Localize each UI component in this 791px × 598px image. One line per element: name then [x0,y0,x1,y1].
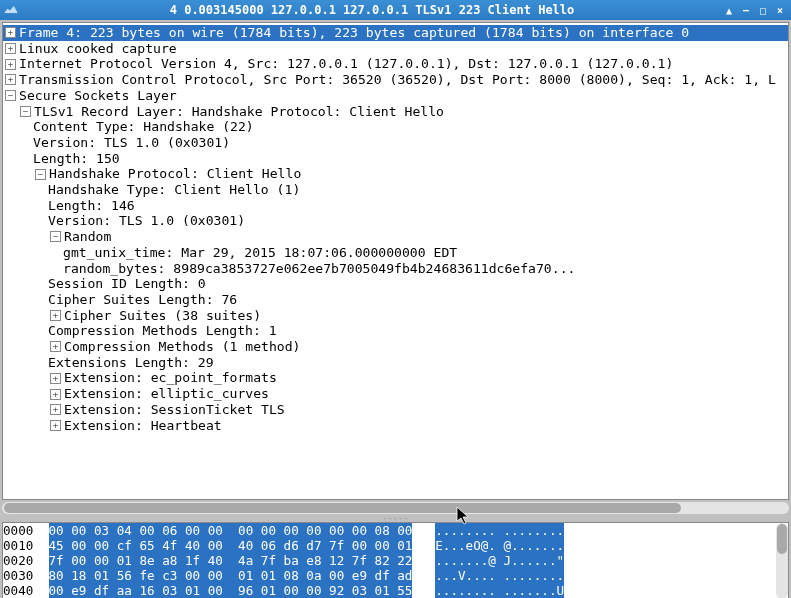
hex-row[interactable]: 0010 45 00 00 cf 65 4f 40 00 40 06 d6 d7… [3,538,776,553]
tls-record[interactable]: TLSv1 Record Layer: Handshake Protocol: … [34,104,444,120]
ssl-layer[interactable]: Secure Sockets Layer [19,88,177,104]
maximize-button[interactable]: □ [756,3,770,17]
gmt-unix-time[interactable]: gmt_unix_time: Mar 29, 2015 18:07:06.000… [63,245,457,261]
handshake-protocol[interactable]: Handshake Protocol: Client Hello [49,166,301,182]
content-type[interactable]: Content Type: Handshake (22) [33,119,254,135]
packet-bytes-pane[interactable]: 0000 00 00 03 04 00 06 00 00 00 00 00 00… [2,522,789,598]
collapse-icon[interactable]: − [5,90,16,101]
frame-header[interactable]: Frame 4: 223 bytes on wire (1784 bits), … [19,25,689,41]
expand-icon[interactable]: + [50,373,61,384]
scrollbar-thumb[interactable] [4,503,681,513]
linux-cooked[interactable]: Linux cooked capture [19,41,177,57]
expand-icon[interactable]: + [50,404,61,415]
expand-icon[interactable]: + [5,59,16,70]
cipher-suites[interactable]: Cipher Suites (38 suites) [64,308,261,324]
random-node[interactable]: Random [64,229,111,245]
rollup-button[interactable]: ▲ [722,3,736,17]
packet-details-pane[interactable]: +Frame 4: 223 bytes on wire (1784 bits),… [2,22,789,500]
minimize-button[interactable]: — [739,3,753,17]
session-id-length[interactable]: Session ID Length: 0 [48,276,206,292]
window-title: 4 0.003145000 127.0.0.1 127.0.0.1 TLSv1 … [22,3,722,17]
random-bytes[interactable]: random_bytes: 8989ca3853727e062ee7b70050… [63,261,575,277]
expand-icon[interactable]: + [5,74,16,85]
scrollbar-thumb[interactable] [777,524,787,554]
cipher-suites-length[interactable]: Cipher Suites Length: 76 [48,292,237,308]
ip-header[interactable]: Internet Protocol Version 4, Src: 127.0.… [19,56,673,72]
expand-icon[interactable]: + [5,43,16,54]
horizontal-scrollbar[interactable] [2,502,789,514]
close-button[interactable]: × [773,3,787,17]
window-titlebar: 4 0.003145000 127.0.0.1 127.0.0.1 TLSv1 … [0,0,791,20]
compression-methods[interactable]: Compression Methods (1 method) [64,339,301,355]
collapse-icon[interactable]: − [50,231,61,242]
collapse-icon[interactable]: − [20,106,31,117]
expand-icon[interactable]: + [50,420,61,431]
extension-heartbeat[interactable]: Extension: Heartbeat [64,418,222,434]
extension-sessionticket[interactable]: Extension: SessionTicket TLS [64,402,285,418]
expand-icon[interactable]: + [5,27,16,38]
collapse-icon[interactable]: − [35,169,46,180]
tcp-header[interactable]: Transmission Control Protocol, Src Port:… [19,72,776,88]
extension-ecpoint[interactable]: Extension: ec_point_formats [64,370,277,386]
compression-length[interactable]: Compression Methods Length: 1 [48,323,277,339]
expand-icon[interactable]: + [50,310,61,321]
wireshark-icon [4,3,18,17]
extensions-length[interactable]: Extensions Length: 29 [48,355,214,371]
pane-splitter[interactable]: ····· [0,514,791,520]
expand-icon[interactable]: + [50,389,61,400]
tls-version[interactable]: Version: TLS 1.0 (0x0301) [33,135,230,151]
hex-row[interactable]: 0040 00 e9 df aa 16 03 01 00 96 01 00 00… [3,583,776,598]
handshake-length[interactable]: Length: 146 [48,198,135,214]
tls-length[interactable]: Length: 150 [33,151,120,167]
vertical-scrollbar[interactable] [776,523,788,598]
handshake-version[interactable]: Version: TLS 1.0 (0x0301) [48,213,245,229]
extension-elliptic[interactable]: Extension: elliptic_curves [64,386,269,402]
expand-icon[interactable]: + [50,341,61,352]
hex-row[interactable]: 0020 7f 00 00 01 8e a8 1f 40 4a 7f ba e8… [3,553,776,568]
hex-row[interactable]: 0000 00 00 03 04 00 06 00 00 00 00 00 00… [3,523,776,538]
handshake-type[interactable]: Handshake Type: Client Hello (1) [48,182,300,198]
hex-row[interactable]: 0030 80 18 01 56 fe c3 00 00 01 01 08 0a… [3,568,776,583]
